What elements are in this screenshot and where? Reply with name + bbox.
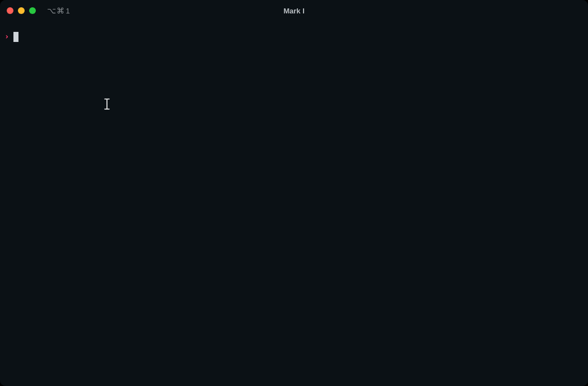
- traffic-lights: [7, 7, 36, 14]
- option-key-icon: ⌥: [47, 6, 56, 15]
- terminal-window: ⌥ ⌘ 1 Mark I ›: [0, 0, 588, 386]
- titlebar[interactable]: ⌥ ⌘ 1 Mark I: [0, 0, 588, 21]
- close-button[interactable]: [7, 7, 13, 14]
- command-key-icon: ⌘: [57, 6, 64, 15]
- prompt-symbol: ›: [4, 31, 9, 43]
- window-title: Mark I: [283, 7, 305, 15]
- maximize-button[interactable]: [29, 7, 36, 14]
- text-cursor: [13, 32, 18, 42]
- tab-number: 1: [66, 7, 69, 15]
- minimize-button[interactable]: [18, 7, 25, 14]
- prompt-line: ›: [4, 31, 584, 43]
- terminal-area[interactable]: ›: [0, 21, 588, 386]
- tab-shortcut-label[interactable]: ⌥ ⌘ 1: [47, 6, 70, 15]
